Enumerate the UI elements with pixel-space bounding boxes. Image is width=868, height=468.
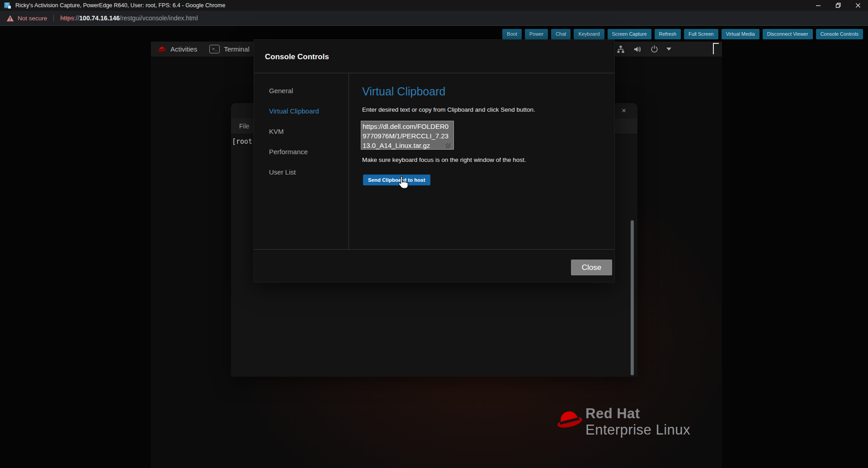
browser-titlebar: Ricky's Activision Capture, PowerEdge R6… — [0, 0, 868, 11]
screen-capture-button[interactable]: Screen Capture — [608, 29, 651, 39]
keyboard-focus-note: Make sure keyboard focus is on the right… — [362, 156, 526, 163]
volume-icon[interactable] — [633, 45, 642, 54]
full-screen-button[interactable]: Full Screen — [684, 29, 718, 39]
url-scheme: https — [60, 14, 74, 22]
url-host: 100.74.16.146 — [79, 14, 120, 22]
close-window-button[interactable] — [848, 0, 868, 11]
urlbar-divider — [53, 14, 54, 22]
send-clipboard-button[interactable]: Send Clipboard to host — [363, 175, 430, 185]
tab-performance[interactable]: Performance — [269, 148, 308, 156]
minimize-button[interactable] — [808, 0, 828, 11]
keyboard-button[interactable]: Keyboard — [574, 29, 604, 39]
dialog-close-button[interactable]: Close — [571, 260, 612, 275]
rhel-logo: Red Hat Enterprise Linux — [555, 406, 690, 438]
panel-heading: Virtual Clipboard — [362, 85, 445, 98]
redhat-fedora-logo-icon — [555, 407, 584, 433]
terminal-prompt-text: [root — [232, 137, 252, 146]
terminal-app-icon[interactable]: >_ — [209, 45, 220, 53]
activities-button[interactable]: Activities — [170, 45, 197, 53]
not-secure-warning-icon — [6, 15, 14, 22]
wired-network-icon[interactable] — [616, 45, 625, 54]
security-status-label: Not secure — [18, 15, 47, 22]
tab-virtual-clipboard[interactable]: Virtual Clipboard — [269, 107, 319, 115]
window-controls — [808, 0, 868, 11]
chevron-down-icon[interactable] — [666, 47, 671, 51]
terminal-app-label[interactable]: Terminal — [224, 45, 250, 53]
chat-button[interactable]: Chat — [551, 29, 571, 39]
console-controls-button[interactable]: Console Controls — [816, 29, 863, 39]
dialog-tabs-divider — [349, 73, 349, 249]
virtual-media-button[interactable]: Virtual Media — [722, 29, 760, 39]
terminal-scrollbar-thumb[interactable] — [631, 220, 634, 375]
rhel-logo-line1: Red Hat — [585, 406, 690, 422]
console-controls-dialog: Console Controls General Virtual Clipboa… — [254, 39, 615, 283]
tab-general[interactable]: General — [269, 87, 293, 95]
vconsole-favicon-icon — [4, 2, 11, 9]
dialog-header-divider — [254, 73, 614, 73]
remote-text-cursor — [713, 43, 719, 54]
vconsole-toolbar: Boot Power Chat Keyboard Screen Capture … — [502, 29, 863, 39]
address-url[interactable]: https://100.74.16.146/restgui/vconsole/i… — [60, 14, 198, 22]
clipboard-textarea[interactable]: https://dl.dell.com/FOLDER09770976M/1/PE… — [361, 121, 454, 150]
clipboard-description: Enter desired text or copy from Clipboar… — [362, 106, 535, 113]
rhel-logo-line2: Enterprise Linux — [585, 422, 690, 438]
disconnect-viewer-button[interactable]: Disconnect Viewer — [763, 29, 813, 39]
dialog-title: Console Controls — [265, 52, 329, 61]
textarea-resize-handle[interactable] — [446, 143, 451, 148]
refresh-button[interactable]: Refresh — [655, 29, 681, 39]
power-icon[interactable] — [650, 45, 659, 53]
url-path: /restgui/vconsole/index.html — [120, 14, 198, 22]
terminal-close-icon[interactable]: × — [619, 106, 629, 116]
tab-kvm[interactable]: KVM — [269, 128, 284, 135]
restore-button[interactable] — [828, 0, 848, 11]
window-title: Ricky's Activision Capture, PowerEdge R6… — [15, 2, 225, 9]
system-tray — [616, 42, 671, 57]
url-slashes: :// — [74, 14, 80, 22]
dialog-footer-divider — [254, 249, 614, 250]
boot-button[interactable]: Boot — [502, 29, 522, 39]
power-button[interactable]: Power — [525, 29, 548, 39]
browser-urlbar[interactable]: Not secure https://100.74.16.146/restgui… — [0, 11, 868, 26]
terminal-file-menu[interactable]: File — [236, 118, 252, 134]
tab-user-list[interactable]: User List — [269, 168, 296, 176]
redhat-fedora-icon — [157, 46, 166, 52]
